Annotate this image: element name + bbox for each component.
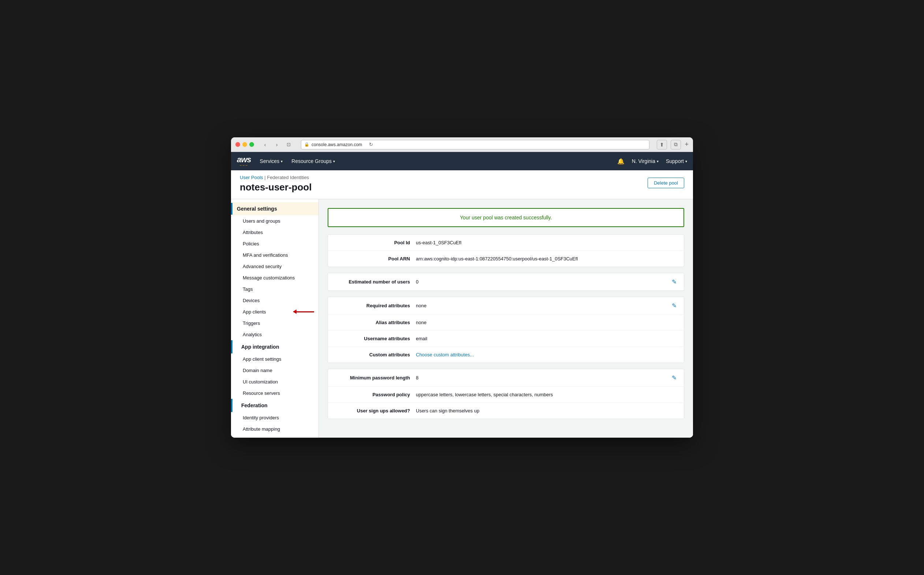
pool-id-value: us-east-1_0SF3CuEfl <box>416 240 677 245</box>
pool-id-row: Pool Id us-east-1_0SF3CuEfl <box>328 235 684 251</box>
custom-attrs-value[interactable]: Choose custom attributes... <box>416 352 677 357</box>
sidebar-item-domain-name[interactable]: Domain name <box>231 365 319 376</box>
breadcrumb-federated: Federated Identities <box>267 175 309 180</box>
password-edit-button[interactable]: ✎ <box>672 374 677 381</box>
sidebar-item-ui-customization[interactable]: UI customization <box>231 376 319 388</box>
pool-arn-row: Pool ARN arn:aws:cognito-idp:us-east-1:0… <box>328 251 684 267</box>
browser-actions: ⬆ ⧉ + <box>657 140 689 149</box>
services-menu[interactable]: Services ▾ <box>260 157 283 165</box>
bell-icon[interactable]: 🔔 <box>617 158 624 165</box>
resource-groups-label: Resource Groups <box>292 158 332 164</box>
resource-groups-chevron: ▾ <box>333 159 335 164</box>
federation-label: Federation <box>237 402 268 408</box>
sidebar-item-devices[interactable]: Devices <box>231 295 319 306</box>
user-signups-value: Users can sign themselves up <box>416 408 677 413</box>
password-policy-label: Password policy <box>335 392 416 397</box>
sidebar-item-message-customizations[interactable]: Message customizations <box>231 272 319 283</box>
pool-info-card: Pool Id us-east-1_0SF3CuEfl Pool ARN arn… <box>328 234 684 267</box>
success-message-text: Your user pool was created successfully. <box>460 214 552 221</box>
pool-header-left: User Pools | Federated Identities notes-… <box>240 175 312 193</box>
pool-id-label: Pool Id <box>335 240 416 245</box>
browser-titlebar: ‹ › ⊡ 🔒 console.aws.amazon.com ↻ ⬆ ⧉ + <box>231 137 693 152</box>
username-attrs-label: Username attributes <box>335 336 416 342</box>
minimize-button[interactable] <box>242 142 247 147</box>
main-area: Your user pool was created successfully.… <box>319 199 693 438</box>
sidebar-item-attribute-mapping[interactable]: Attribute mapping <box>231 423 319 435</box>
aws-topnav: aws ⌣⌣⌣ Services ▾ Resource Groups ▾ 🔔 N… <box>231 152 693 170</box>
sidebar-item-tags[interactable]: Tags <box>231 283 319 295</box>
username-attrs-value: email <box>416 336 677 342</box>
region-menu[interactable]: N. Virginia ▾ <box>632 157 659 165</box>
general-settings-header[interactable]: General settings <box>231 202 283 215</box>
new-tab-button[interactable]: ⧉ <box>670 140 681 149</box>
sidebar-item-analytics[interactable]: Analytics <box>231 329 319 340</box>
general-settings-label: General settings <box>237 206 277 212</box>
maximize-button[interactable] <box>249 142 254 147</box>
app-integration-label: App integration <box>237 344 279 350</box>
topnav-right: 🔔 N. Virginia ▾ Support ▾ <box>617 157 687 165</box>
services-label: Services <box>260 158 280 164</box>
sidebar-item-advanced-security[interactable]: Advanced security <box>231 261 319 272</box>
nav-buttons: ‹ › ⊡ <box>260 140 293 149</box>
add-tab-button[interactable]: + <box>685 141 689 148</box>
user-signups-label: User sign ups allowed? <box>335 408 416 413</box>
sidebar-item-resource-servers[interactable]: Resource servers <box>231 388 319 399</box>
password-policy-value: uppercase letters, lowercase letters, sp… <box>416 392 677 397</box>
pool-header: User Pools | Federated Identities notes-… <box>231 170 693 199</box>
attributes-card: Required attributes none ✎ Alias attribu… <box>328 297 684 363</box>
success-banner: Your user pool was created successfully. <box>328 208 684 227</box>
forward-button[interactable]: › <box>272 140 282 149</box>
custom-attrs-row: Custom attributes Choose custom attribut… <box>328 347 684 362</box>
sidebar-item-triggers[interactable]: Triggers <box>231 318 319 329</box>
resource-groups-menu[interactable]: Resource Groups ▾ <box>292 157 335 165</box>
red-arrow-line <box>296 311 314 312</box>
sidebar-section-general: General settings <box>231 202 319 215</box>
share-button[interactable]: ⬆ <box>657 140 667 149</box>
aws-logo: aws ⌣⌣⌣ <box>237 155 251 167</box>
back-button[interactable]: ‹ <box>260 140 270 149</box>
user-signups-row: User sign ups allowed? Users can sign th… <box>328 403 684 419</box>
sidebar-section-app-integration[interactable]: App integration <box>231 340 319 353</box>
min-length-row: Minimum password length 8 ✎ <box>328 369 684 387</box>
support-chevron: ▾ <box>685 159 687 164</box>
region-label: N. Virginia <box>632 158 655 164</box>
custom-attrs-label: Custom attributes <box>335 352 416 357</box>
close-button[interactable] <box>235 142 240 147</box>
sidebar-item-attributes[interactable]: Attributes <box>231 227 319 238</box>
address-bar-container: 🔒 console.aws.amazon.com ↻ <box>301 140 650 149</box>
password-card: Minimum password length 8 ✎ Password pol… <box>328 369 684 419</box>
url-text: console.aws.amazon.com <box>312 142 362 147</box>
tab-view-button[interactable]: ⊡ <box>283 140 293 149</box>
page-content: User Pools | Federated Identities notes-… <box>231 170 693 438</box>
sidebar-item-identity-providers[interactable]: Identity providers <box>231 412 319 423</box>
lock-icon: 🔒 <box>304 142 309 147</box>
support-label: Support <box>666 158 684 164</box>
services-chevron: ▾ <box>281 159 283 164</box>
username-attrs-row: Username attributes email <box>328 331 684 347</box>
users-edit-button[interactable]: ✎ <box>672 278 677 285</box>
delete-pool-button[interactable]: Delete pool <box>648 178 684 188</box>
refresh-button[interactable]: ↻ <box>366 140 376 149</box>
sidebar-item-users-groups[interactable]: Users and groups <box>231 215 319 227</box>
address-bar[interactable]: 🔒 console.aws.amazon.com ↻ <box>301 140 650 149</box>
required-attrs-row: Required attributes none ✎ <box>328 297 684 315</box>
estimated-users-value: 0 <box>416 279 672 284</box>
sidebar: General settings Users and groups Attrib… <box>231 199 319 438</box>
sidebar-item-app-clients[interactable]: App clients <box>231 306 297 318</box>
region-chevron: ▾ <box>657 159 659 164</box>
support-menu[interactable]: Support ▾ <box>666 157 687 165</box>
attributes-edit-button[interactable]: ✎ <box>672 302 677 309</box>
estimated-users-label: Estimated number of users <box>335 279 416 284</box>
sidebar-item-mfa[interactable]: MFA and verifications <box>231 249 319 261</box>
sidebar-section-federation[interactable]: Federation <box>231 399 319 412</box>
sidebar-item-policies[interactable]: Policies <box>231 238 319 249</box>
traffic-lights <box>235 142 254 147</box>
sidebar-item-app-client-settings[interactable]: App client settings <box>231 353 319 365</box>
alias-attrs-label: Alias attributes <box>335 320 416 325</box>
federation-bar <box>231 399 233 412</box>
breadcrumb-userpools[interactable]: User Pools <box>240 175 263 180</box>
app-integration-bar <box>231 340 233 353</box>
browser-window: ‹ › ⊡ 🔒 console.aws.amazon.com ↻ ⬆ ⧉ + a… <box>231 137 693 438</box>
app-clients-arrow-container <box>296 311 314 312</box>
pool-arn-label: Pool ARN <box>335 256 416 262</box>
